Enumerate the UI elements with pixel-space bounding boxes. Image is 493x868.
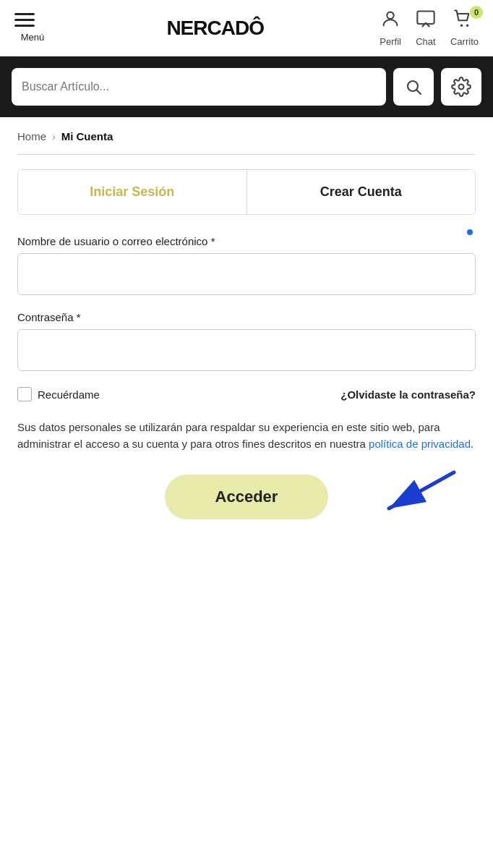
search-bar bbox=[0, 56, 493, 117]
hamburger-icon bbox=[14, 25, 35, 27]
cart-badge: 0 bbox=[470, 6, 483, 19]
cart-icon: 0 bbox=[453, 9, 475, 34]
search-button[interactable] bbox=[393, 68, 434, 106]
breadcrumb-current: Mi Cuenta bbox=[61, 130, 113, 142]
svg-point-2 bbox=[460, 25, 463, 27]
svg-line-8 bbox=[389, 472, 454, 509]
privacy-text: Sus datos personales se utilizarán para … bbox=[17, 419, 476, 453]
form-options: Recuérdame ¿Olvidaste la contraseña? bbox=[17, 387, 476, 401]
breadcrumb-separator: › bbox=[52, 131, 56, 142]
search-input-wrap bbox=[12, 68, 386, 106]
blue-dot-indicator bbox=[467, 229, 473, 235]
username-input[interactable] bbox=[17, 253, 476, 295]
nav-item-carrito[interactable]: 0 Carrito bbox=[450, 9, 479, 47]
username-label: Nombre de usuario o correo electrónico * bbox=[17, 235, 476, 247]
arrow-icon bbox=[367, 469, 461, 527]
remember-label: Recuérdame bbox=[38, 388, 100, 401]
auth-tabs: Iniciar Sesión Crear Cuenta bbox=[17, 169, 476, 215]
remember-wrap: Recuérdame bbox=[17, 387, 100, 401]
menu-label: Menú bbox=[14, 32, 51, 43]
nav-item-chat[interactable]: Chat bbox=[416, 9, 436, 47]
chat-icon bbox=[416, 9, 436, 34]
svg-point-0 bbox=[387, 12, 393, 19]
header-nav: Perfil Chat 0 Carrito bbox=[380, 9, 479, 47]
svg-point-6 bbox=[459, 85, 464, 90]
menu-button[interactable]: Menú bbox=[14, 13, 51, 43]
password-input[interactable] bbox=[17, 329, 476, 371]
tab-crear-cuenta[interactable]: Crear Cuenta bbox=[247, 170, 476, 214]
remember-checkbox[interactable] bbox=[17, 387, 32, 401]
search-input[interactable] bbox=[22, 80, 376, 93]
gear-icon bbox=[451, 77, 471, 97]
breadcrumb-home[interactable]: Home bbox=[17, 130, 46, 142]
search-icon bbox=[405, 78, 422, 95]
logo[interactable]: NERCADÔ bbox=[166, 17, 264, 40]
main-content: Iniciar Sesión Crear Cuenta Nombre de us… bbox=[0, 155, 493, 548]
privacy-policy-link[interactable]: política de privacidad bbox=[369, 438, 471, 450]
forgot-password-link[interactable]: ¿Olvidaste la contraseña? bbox=[340, 388, 476, 401]
hamburger-icon bbox=[14, 13, 35, 15]
acceder-button[interactable]: Acceder bbox=[165, 475, 329, 519]
svg-line-5 bbox=[417, 90, 421, 95]
tab-iniciar-sesion[interactable]: Iniciar Sesión bbox=[18, 170, 247, 214]
svg-rect-1 bbox=[417, 12, 434, 25]
perfil-label: Perfil bbox=[380, 36, 401, 47]
password-label: Contraseña * bbox=[17, 311, 476, 323]
acceder-wrap: Acceder bbox=[17, 475, 476, 519]
login-form: Nombre de usuario o correo electrónico *… bbox=[17, 235, 476, 519]
settings-button[interactable] bbox=[441, 68, 481, 106]
person-icon bbox=[380, 9, 400, 34]
hamburger-icon bbox=[14, 19, 35, 21]
privacy-text-after: . bbox=[471, 438, 473, 450]
nav-item-perfil[interactable]: Perfil bbox=[380, 9, 401, 47]
breadcrumb: Home › Mi Cuenta bbox=[0, 117, 493, 150]
header: Menú NERCADÔ Perfil Chat bbox=[0, 0, 493, 56]
carrito-label: Carrito bbox=[450, 36, 479, 47]
chat-label: Chat bbox=[416, 36, 435, 47]
svg-point-3 bbox=[466, 25, 468, 27]
